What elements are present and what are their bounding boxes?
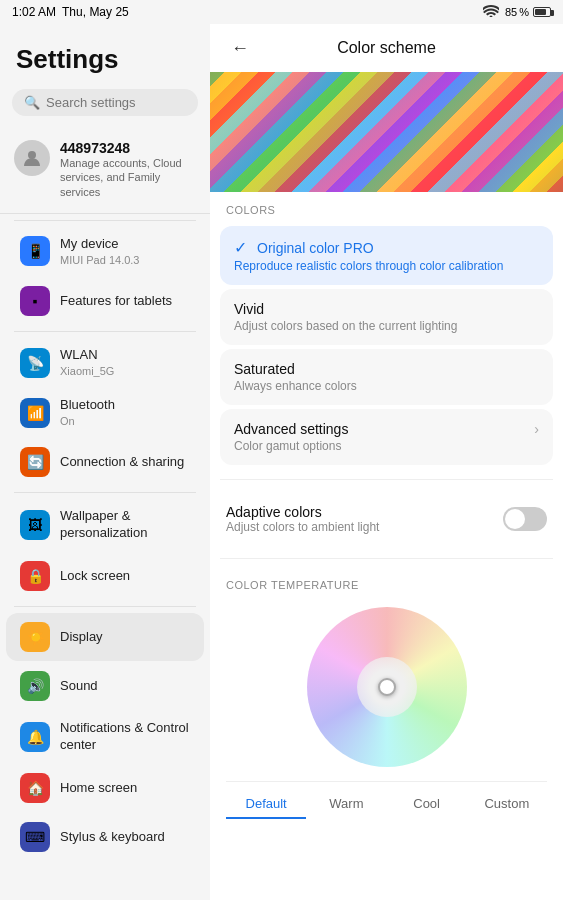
color-option-desc-original: Reproduce realistic colors through color… — [234, 259, 539, 273]
temp-tab-cool[interactable]: Cool — [387, 790, 467, 819]
sidebar-item-home-screen[interactable]: 🏠Home screen — [6, 764, 204, 812]
search-input[interactable] — [46, 95, 186, 110]
sidebar-divider-4 — [14, 492, 196, 493]
sidebar-item-label-4: Connection & sharing — [60, 454, 184, 471]
sidebar-item-label-9: Notifications & Control center — [60, 720, 190, 754]
arrow-icon: › — [534, 421, 539, 437]
adaptive-toggle[interactable] — [503, 507, 547, 531]
color-wheel-dot — [378, 678, 396, 696]
svg-point-0 — [28, 151, 36, 159]
sidebar-item-wallpaper---personalization[interactable]: 🖼Wallpaper & personalization — [6, 499, 204, 551]
status-bar: 1:02 AM Thu, May 25 85 % — [0, 0, 563, 24]
sidebar-item-lock-screen[interactable]: 🔒Lock screen — [6, 552, 204, 600]
account-section[interactable]: 448973248 Manage accounts, Cloud service… — [0, 130, 210, 214]
avatar — [14, 140, 50, 176]
color-option-title-saturated: Saturated — [234, 361, 295, 377]
status-time: 1:02 AM — [12, 5, 56, 19]
search-icon: 🔍 — [24, 95, 40, 110]
sidebar-item-bluetooth[interactable]: 📶BluetoothOn — [6, 388, 204, 437]
sidebar-item-my-device[interactable]: 📱My deviceMIUI Pad 14.0.3 — [6, 227, 204, 276]
sidebar-item-notifications---control-center[interactable]: 🔔Notifications & Control center — [6, 711, 204, 763]
sidebar-item-label-11: Stylus & keyboard — [60, 829, 165, 846]
section-divider — [220, 479, 553, 480]
color-option-advanced[interactable]: Advanced settings›Color gamut options — [220, 409, 553, 465]
sidebar-item-label-3: BluetoothOn — [60, 397, 115, 428]
color-temp-label: COLOR TEMPERATURE — [226, 579, 547, 597]
sidebar-icon-0: 📱 — [20, 236, 50, 266]
sidebar-icon-9: 🔔 — [20, 722, 50, 752]
account-id: 448973248 — [60, 140, 196, 156]
colors-section-label: COLORS — [210, 192, 563, 222]
sidebar-icon-3: 📶 — [20, 398, 50, 428]
color-option-vivid[interactable]: VividAdjust colors based on the current … — [220, 289, 553, 345]
main-container: Settings 🔍 448973248 Manage accounts, Cl… — [0, 24, 563, 900]
battery-indicator: 85 % — [505, 6, 551, 18]
back-button[interactable]: ← — [226, 34, 254, 62]
color-temperature-section: COLOR TEMPERATURE DefaultWarmCoolCustom — [210, 569, 563, 833]
sidebar-icon-5: 🖼 — [20, 510, 50, 540]
sidebar-item-label-2: WLANXiaomi_5G — [60, 347, 114, 378]
status-right: 85 % — [483, 5, 551, 20]
sidebar-icon-4: 🔄 — [20, 447, 50, 477]
sidebar-icon-11: ⌨ — [20, 822, 50, 852]
check-icon: ✓ — [234, 238, 247, 257]
search-bar[interactable]: 🔍 — [12, 89, 198, 116]
status-date: Thu, May 25 — [62, 5, 129, 19]
sidebar-item-label-10: Home screen — [60, 780, 137, 797]
sidebar-item-display[interactable]: ☀️Display — [6, 613, 204, 661]
sidebar-item-label-8: Sound — [60, 678, 98, 695]
color-wheel-container — [226, 597, 547, 781]
color-option-title-vivid: Vivid — [234, 301, 264, 317]
sidebar-item-label-7: Display — [60, 629, 103, 646]
account-description: Manage accounts, Cloud services, and Fam… — [60, 156, 196, 199]
sidebar-item-label-5: Wallpaper & personalization — [60, 508, 190, 542]
color-option-desc-saturated: Always enhance colors — [234, 379, 539, 393]
temp-tab-default[interactable]: Default — [226, 790, 306, 819]
sidebar-item-sound[interactable]: 🔊Sound — [6, 662, 204, 710]
temperature-tabs: DefaultWarmCoolCustom — [226, 781, 547, 823]
sidebar: Settings 🔍 448973248 Manage accounts, Cl… — [0, 24, 210, 900]
right-panel: ← Color scheme COLORS ✓Original color PR… — [210, 24, 563, 900]
panel-header: ← Color scheme — [210, 24, 563, 72]
sidebar-item-stylus---keyboard[interactable]: ⌨Stylus & keyboard — [6, 813, 204, 861]
color-option-title-original: Original color PRO — [257, 240, 374, 256]
hero-image — [210, 72, 563, 192]
sidebar-icon-10: 🏠 — [20, 773, 50, 803]
sidebar-divider-1 — [14, 331, 196, 332]
adaptive-desc: Adjust colors to ambient light — [226, 520, 503, 534]
sidebar-item-features-for-tablets[interactable]: ▪️Features for tablets — [6, 277, 204, 325]
sidebar-item-label-1: Features for tablets — [60, 293, 172, 310]
wifi-icon — [483, 5, 499, 20]
sidebar-icon-8: 🔊 — [20, 671, 50, 701]
adaptive-title: Adaptive colors — [226, 504, 503, 520]
color-option-saturated[interactable]: SaturatedAlways enhance colors — [220, 349, 553, 405]
sidebar-item-wlan[interactable]: 📡WLANXiaomi_5G — [6, 338, 204, 387]
sidebar-divider-6 — [14, 606, 196, 607]
color-wheel[interactable] — [307, 607, 467, 767]
sidebar-items-list: 📱My deviceMIUI Pad 14.0.3▪️Features for … — [0, 227, 210, 861]
sidebar-item-label-6: Lock screen — [60, 568, 130, 585]
sidebar-icon-2: 📡 — [20, 348, 50, 378]
sidebar-icon-7: ☀️ — [20, 622, 50, 652]
section-divider-2 — [220, 558, 553, 559]
color-option-desc-advanced: Color gamut options — [234, 439, 539, 453]
temp-tab-warm[interactable]: Warm — [306, 790, 386, 819]
sidebar-icon-1: ▪️ — [20, 286, 50, 316]
sidebar-item-connection---sharing[interactable]: 🔄Connection & sharing — [6, 438, 204, 486]
pencil-visual — [210, 72, 563, 192]
account-info: 448973248 Manage accounts, Cloud service… — [60, 140, 196, 199]
adaptive-colors-row: Adaptive colors Adjust colors to ambient… — [210, 490, 563, 548]
color-option-desc-vivid: Adjust colors based on the current light… — [234, 319, 539, 333]
temp-tab-custom[interactable]: Custom — [467, 790, 547, 819]
color-option-title-advanced: Advanced settings — [234, 421, 348, 437]
color-options-list: ✓Original color PROReproduce realistic c… — [210, 222, 563, 469]
sidebar-title: Settings — [0, 34, 210, 89]
sidebar-icon-6: 🔒 — [20, 561, 50, 591]
status-left: 1:02 AM Thu, May 25 — [12, 5, 129, 19]
panel-title: Color scheme — [266, 39, 507, 57]
divider-1 — [14, 220, 196, 221]
sidebar-item-label-0: My deviceMIUI Pad 14.0.3 — [60, 236, 140, 267]
color-option-original[interactable]: ✓Original color PROReproduce realistic c… — [220, 226, 553, 285]
